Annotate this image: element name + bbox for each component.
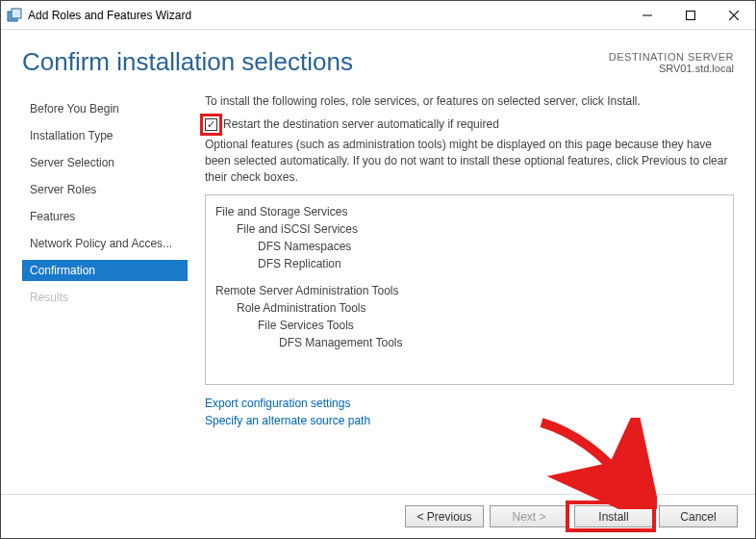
tree-item: DFS Replication (215, 255, 723, 272)
tree-item: File Services Tools (215, 317, 723, 334)
restart-checkbox-label: Restart the destination server automatic… (223, 117, 499, 131)
page-title: Confirm installation selections (22, 47, 609, 77)
window-title: Add Roles and Features Wizard (28, 9, 625, 22)
nav-installation-type[interactable]: Installation Type (22, 125, 188, 146)
links-block: Export configuration settings Specify an… (205, 397, 734, 431)
nav-network-policy[interactable]: Network Policy and Acces... (22, 233, 188, 254)
nav-server-roles[interactable]: Server Roles (22, 179, 188, 200)
destination-label: DESTINATION SERVER (609, 51, 734, 63)
maximize-button[interactable] (668, 1, 712, 30)
wizard-icon (7, 8, 22, 23)
tree-item: DFS Management Tools (215, 334, 723, 351)
wizard-footer: < Previous Next > Install Cancel (1, 494, 755, 538)
optional-features-text: Optional features (such as administratio… (205, 137, 734, 185)
alternate-source-link[interactable]: Specify an alternate source path (205, 414, 734, 427)
install-button[interactable]: Install (574, 505, 653, 527)
restart-checkbox-row: ✓ Restart the destination server automat… (205, 117, 734, 131)
tree-item: Remote Server Administration Tools (215, 282, 723, 299)
window-controls (625, 1, 755, 30)
header: Confirm installation selections DESTINAT… (1, 30, 755, 87)
minimize-button[interactable] (625, 1, 668, 30)
wizard-nav: Before You Begin Installation Type Serve… (22, 94, 188, 499)
nav-features[interactable]: Features (22, 206, 188, 227)
tree-item: Role Administration Tools (215, 299, 723, 317)
selections-tree: File and Storage Services File and iSCSI… (205, 194, 734, 385)
content-area: Before You Begin Installation Type Serve… (1, 87, 755, 499)
nav-server-selection[interactable]: Server Selection (22, 152, 188, 173)
nav-before-you-begin[interactable]: Before You Begin (22, 98, 188, 119)
destination-block: DESTINATION SERVER SRV01.std.local (609, 51, 734, 74)
tree-item: File and iSCSI Services (215, 220, 723, 238)
svg-rect-1 (12, 9, 21, 18)
close-button[interactable] (712, 1, 755, 30)
nav-results: Results (22, 287, 188, 308)
tree-item: File and Storage Services (215, 203, 723, 220)
destination-server-name: SRV01.std.local (609, 63, 734, 74)
next-button: Next > (490, 505, 568, 527)
titlebar: Add Roles and Features Wizard (1, 1, 755, 30)
nav-confirmation[interactable]: Confirmation (22, 260, 188, 281)
previous-button[interactable]: < Previous (405, 505, 484, 527)
main-panel: To install the following roles, role ser… (188, 94, 734, 499)
svg-rect-3 (686, 11, 694, 19)
tree-item: DFS Namespaces (215, 238, 723, 255)
instruction-text: To install the following roles, role ser… (205, 94, 734, 108)
export-config-link[interactable]: Export configuration settings (205, 397, 734, 410)
restart-checkbox[interactable]: ✓ (205, 118, 217, 131)
cancel-button[interactable]: Cancel (659, 505, 738, 527)
